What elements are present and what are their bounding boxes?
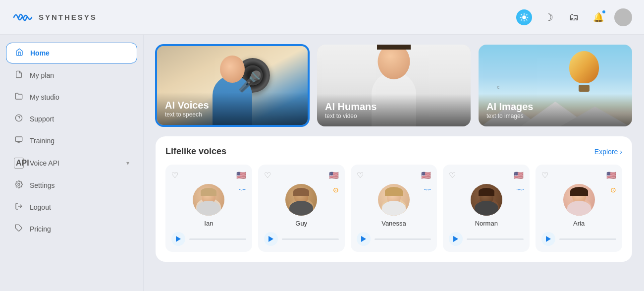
moon-icon: ☽ — [544, 11, 553, 23]
header: SYNTHESYS ☽ 🗂 — [0, 0, 644, 35]
explore-arrow: › — [620, 148, 622, 156]
voice-card-aria-header: ♡ 🇺🇸 — [541, 171, 616, 180]
voices-section: Lifelike voices Explore › ♡ 🇺🇸 — [156, 136, 632, 262]
vanessa-avatar-wrap — [357, 184, 431, 216]
notification-badge — [601, 9, 606, 14]
chevron-down-icon: ▾ — [126, 160, 129, 167]
norman-flag-icon: 🇺🇸 — [514, 171, 524, 180]
aria-flag-icon: 🇺🇸 — [606, 171, 616, 180]
svg-line-7 — [521, 19, 522, 20]
svg-rect-11 — [15, 137, 22, 141]
voice-card-ian[interactable]: ♡ 🇺🇸 〰 Ian — [165, 165, 252, 252]
user-avatar-button[interactable] — [614, 8, 632, 26]
voice-card-guy[interactable]: ♡ 🇺🇸 ⊙ Guy — [258, 165, 345, 252]
sidebar-item-voiceapi[interactable]: API Voice API ▾ — [6, 153, 137, 174]
sidebar-item-logout[interactable]: Logout — [6, 197, 137, 217]
svg-line-8 — [527, 14, 527, 15]
aria-progress-bar — [559, 238, 616, 240]
norman-favorite-icon[interactable]: ♡ — [449, 171, 456, 180]
sun-icon — [516, 9, 532, 25]
ai-voices-title: AI Voices — [165, 99, 300, 111]
guy-play-row — [264, 232, 339, 246]
sidebar-label-myplan: My plan — [30, 71, 129, 79]
sidebar: Home My plan My studio Support Training — [0, 35, 144, 291]
voice-cards-grid: ♡ 🇺🇸 〰 Ian — [165, 165, 622, 252]
header-actions: ☽ 🗂 🔔 — [515, 8, 632, 26]
svg-line-3 — [521, 14, 522, 15]
svg-marker-22 — [361, 236, 366, 242]
voice-card-vanessa[interactable]: ♡ 🇺🇸 〰 Vanessa — [351, 165, 437, 252]
feature-card-ai-images[interactable]: ᶜ AI Images text to images — [479, 45, 632, 126]
feature-card-ai-voices[interactable]: AI Voices text to speech — [156, 45, 309, 126]
guy-name: Guy — [264, 220, 339, 227]
voice-card-vanessa-header: ♡ 🇺🇸 — [357, 171, 431, 180]
ai-humans-overlay: AI Humans text to video — [317, 94, 471, 126]
aria-play-button[interactable] — [541, 232, 555, 246]
norman-avatar-wrap — [449, 184, 524, 216]
logo: SYNTHESYS — [12, 8, 97, 26]
ai-images-title: AI Images — [486, 101, 624, 113]
svg-point-14 — [18, 183, 20, 185]
studio-icon — [14, 92, 24, 102]
plan-icon — [14, 70, 24, 80]
sidebar-item-training[interactable]: Training — [6, 131, 137, 151]
sidebar-item-support[interactable]: Support — [6, 109, 137, 129]
voice-card-norman-header: ♡ 🇺🇸 — [449, 171, 524, 180]
sidebar-item-settings[interactable]: Settings — [6, 175, 137, 195]
voice-card-aria[interactable]: ♡ 🇺🇸 ⊙ Aria — [536, 165, 622, 252]
explore-label: Explore — [594, 148, 618, 156]
svg-marker-20 — [176, 236, 181, 242]
voices-section-header: Lifelike voices Explore › — [165, 146, 622, 157]
app-layout: Home My plan My studio Support Training — [0, 35, 644, 291]
home-icon — [14, 48, 24, 58]
sidebar-label-settings: Settings — [30, 181, 129, 189]
svg-marker-24 — [546, 236, 551, 242]
feature-card-ai-humans[interactable]: AI Humans text to video — [317, 45, 471, 126]
vanessa-favorite-icon[interactable]: ♡ — [357, 171, 364, 180]
norman-play-row — [449, 232, 524, 246]
sidebar-label-training: Training — [30, 137, 129, 145]
voice-card-norman[interactable]: ♡ 🇺🇸 〰 Norman — [443, 165, 530, 252]
guy-play-button[interactable] — [264, 232, 278, 246]
vanessa-progress-bar — [375, 238, 431, 240]
folder-button[interactable]: 🗂 — [565, 8, 583, 26]
norman-progress-bar — [467, 238, 524, 240]
guy-avatar — [285, 184, 317, 216]
norman-avatar — [471, 184, 502, 216]
guy-favorite-icon[interactable]: ♡ — [264, 171, 271, 180]
aria-avatar — [563, 184, 595, 216]
aria-favorite-icon[interactable]: ♡ — [541, 171, 548, 180]
guy-avatar-wrap — [264, 184, 339, 216]
sidebar-item-myplan[interactable]: My plan — [6, 65, 137, 85]
sidebar-label-voiceapi: Voice API — [30, 159, 120, 167]
explore-link[interactable]: Explore › — [594, 148, 622, 156]
logo-icon — [12, 8, 34, 26]
voice-card-guy-header: ♡ 🇺🇸 — [264, 171, 339, 180]
vanessa-avatar — [378, 184, 410, 216]
vanessa-name: Vanessa — [357, 220, 431, 227]
feature-cards-row: AI Voices text to speech AI Humans text … — [156, 45, 632, 126]
vanessa-wave-icon: 〰 — [424, 186, 431, 194]
svg-marker-21 — [268, 236, 273, 242]
notification-button[interactable]: 🔔 — [590, 8, 607, 26]
ai-images-overlay: AI Images text to images — [479, 94, 632, 126]
guy-flag-icon: 🇺🇸 — [329, 171, 339, 180]
ai-voices-subtitle: text to speech — [165, 111, 300, 118]
svg-line-4 — [527, 19, 527, 20]
vanessa-play-button[interactable] — [357, 232, 371, 246]
aria-name: Aria — [541, 220, 616, 227]
sidebar-item-pricing[interactable]: Pricing — [6, 219, 137, 239]
sidebar-label-pricing: Pricing — [30, 225, 129, 233]
ian-play-button[interactable] — [171, 232, 185, 246]
guy-progress-bar — [282, 238, 339, 240]
norman-name: Norman — [449, 220, 524, 227]
norman-play-button[interactable] — [449, 232, 463, 246]
ian-favorite-icon[interactable]: ♡ — [171, 171, 178, 180]
ian-name: Ian — [171, 220, 246, 227]
sidebar-label-mystudio: My studio — [30, 93, 129, 101]
theme-moon-button[interactable]: ☽ — [540, 8, 558, 26]
theme-sun-button[interactable] — [515, 8, 533, 26]
ai-humans-subtitle: text to video — [325, 113, 463, 119]
sidebar-item-mystudio[interactable]: My studio — [6, 87, 137, 107]
sidebar-item-home[interactable]: Home — [6, 43, 137, 63]
